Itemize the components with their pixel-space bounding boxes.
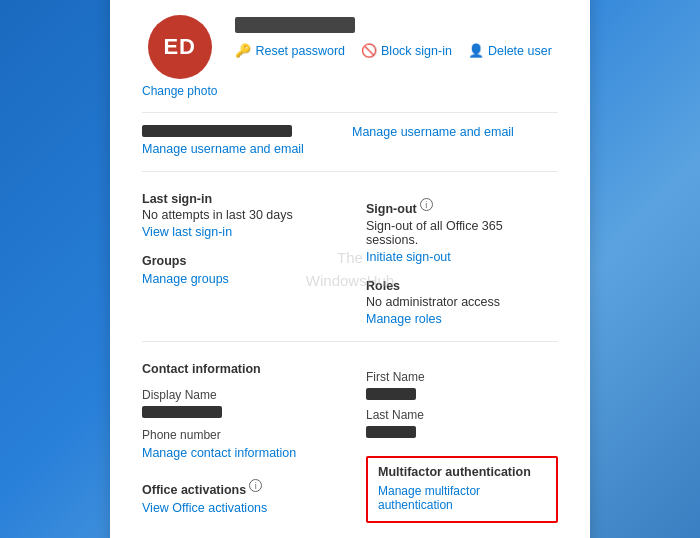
office-activations-section: Office activations i View Office activat… xyxy=(142,473,334,516)
last-sign-in-label: Last sign-in xyxy=(142,192,334,206)
last-sign-in-value: No attempts in last 30 days xyxy=(142,208,334,222)
groups-section: Groups Manage groups xyxy=(142,254,334,287)
name-fields: Display Name xyxy=(142,378,334,420)
reset-password-button[interactable]: 🔑 Reset password xyxy=(235,43,345,58)
col-right-2: First Name Last Name Multifactor authent… xyxy=(350,352,558,523)
display-name-col: Display Name xyxy=(142,378,222,420)
divider-1 xyxy=(142,112,558,113)
manage-mfa-link[interactable]: Manage multifactor authentication xyxy=(378,484,546,512)
mfa-title: Multifactor authentication xyxy=(378,465,546,479)
person-icon: 👤 xyxy=(468,43,484,58)
username-blur xyxy=(235,17,355,33)
contact-info-title: Contact information xyxy=(142,362,334,376)
header-info: 🔑 Reset password 🚫 Block sign-in 👤 Delet… xyxy=(235,15,558,58)
action-buttons: 🔑 Reset password 🚫 Block sign-in 👤 Delet… xyxy=(235,43,558,58)
display-name-value-blur xyxy=(142,406,222,418)
roles-label: Roles xyxy=(366,279,558,293)
manage-roles-link[interactable]: Manage roles xyxy=(366,312,442,326)
col-left-2: Contact information Display Name Phone n… xyxy=(142,352,350,523)
block-icon: 🚫 xyxy=(361,43,377,58)
divider-3 xyxy=(142,341,558,342)
mfa-box: Multifactor authentication Manage multif… xyxy=(366,456,558,523)
view-last-sign-in-link[interactable]: View last sign-in xyxy=(142,225,232,239)
manage-groups-link[interactable]: Manage groups xyxy=(142,272,229,286)
divider-2 xyxy=(142,171,558,172)
sign-out-info-icon: i xyxy=(420,198,433,211)
groups-label: Groups xyxy=(142,254,334,268)
roles-section: Roles No administrator access Manage rol… xyxy=(366,279,558,327)
change-photo-link[interactable]: Change photo xyxy=(142,84,217,98)
sign-out-desc: Sign-out of all Office 365 sessions. xyxy=(366,219,558,247)
manage-username-email-link2[interactable]: Manage username and email xyxy=(142,142,304,156)
sign-out-label: Sign-out xyxy=(366,202,417,216)
view-office-activations-link[interactable]: View Office activations xyxy=(142,501,267,515)
header-row: ED Change photo 🔑 Reset password 🚫 Block… xyxy=(142,15,558,98)
last-name-value-blur xyxy=(366,426,416,438)
phone-label: Phone number xyxy=(142,428,334,442)
office-activations-label: Office activations xyxy=(142,483,246,497)
office-activations-header: Office activations i xyxy=(142,473,334,498)
reset-icon: 🔑 xyxy=(235,43,251,58)
username-section: Manage username and email Manage usernam… xyxy=(142,123,558,157)
delete-user-button[interactable]: 👤 Delete user xyxy=(468,43,552,58)
sign-out-header: Sign-out i xyxy=(366,192,558,217)
col-right-1: Sign-out i Sign-out of all Office 365 se… xyxy=(350,182,558,327)
first-name-value-blur xyxy=(366,388,416,400)
roles-value: No administrator access xyxy=(366,295,558,309)
contact-mfa-section: Contact information Display Name Phone n… xyxy=(142,352,558,523)
email-blur xyxy=(142,125,292,137)
col-left-1: Last sign-in No attempts in last 30 days… xyxy=(142,182,350,327)
avatar: ED xyxy=(148,15,212,79)
block-sign-in-button[interactable]: 🚫 Block sign-in xyxy=(361,43,452,58)
mfa-section: Multifactor authentication Manage multif… xyxy=(366,450,558,523)
user-profile-card: The WindowsHub ED Change photo 🔑 Reset p… xyxy=(110,0,590,538)
manage-username-email-link[interactable]: Manage username and email xyxy=(352,125,514,139)
initiate-sign-out-link[interactable]: Initiate sign-out xyxy=(366,250,451,264)
avatar-area: ED Change photo xyxy=(142,15,217,98)
display-name-label: Display Name xyxy=(142,388,222,402)
first-name-label: First Name xyxy=(366,370,558,384)
manage-contact-info-link[interactable]: Manage contact information xyxy=(142,446,296,460)
last-name-label: Last Name xyxy=(366,408,558,422)
office-activations-info-icon: i xyxy=(249,479,262,492)
info-section: Last sign-in No attempts in last 30 days… xyxy=(142,182,558,327)
